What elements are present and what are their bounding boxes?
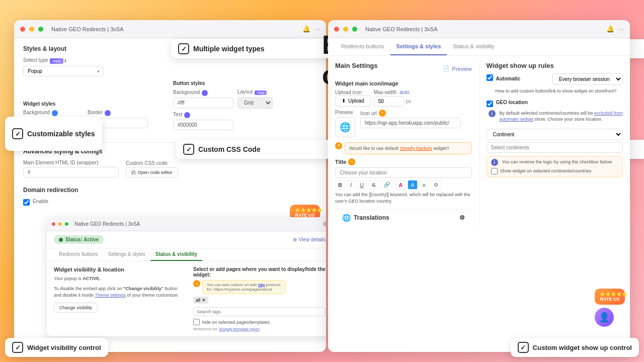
maxwidth-input[interactable] [374, 96, 404, 107]
preview-url-row: Preview 🌐 Icon url ? [335, 110, 472, 137]
preview-link[interactable]: 📄 Preview [443, 65, 471, 72]
toolbar-clear[interactable]: ⊘ [431, 180, 441, 190]
disable-instructions: To disable the embed app click on "Chang… [54, 286, 186, 299]
rate-us-stars-left: ⭐⭐⭐⭐⭐ [295, 208, 315, 213]
automatic-checkbox[interactable] [487, 74, 493, 81]
sub-tab-redirects[interactable]: Redirects buttons [54, 248, 103, 261]
badge-check-show: ✓ [518, 342, 529, 353]
tag-remove-icon[interactable]: ✕ [202, 298, 206, 303]
geo-checkbox[interactable] [487, 101, 493, 107]
icon-url-input[interactable] [360, 118, 461, 128]
sub-app-title: Native GEO Redirects | 3xSA [74, 221, 140, 227]
view-details-link[interactable]: ⊕ View details [293, 237, 326, 242]
right-dot-yellow [343, 27, 348, 32]
title-field-group: Title ? B I U S 🔗 A A ≡ ⊘ You can add th… [335, 158, 472, 204]
domain-title: Domain redirection [23, 187, 317, 194]
toolbar-underline[interactable]: U [357, 180, 367, 190]
session-select[interactable]: Every browser session [552, 73, 623, 85]
toolbar-link[interactable]: 🔗 [380, 180, 393, 190]
maxwidth-input-row: px [374, 96, 412, 107]
sub-window-chrome: Native GEO Redirects | 3xSA ⊞ [47, 217, 326, 231]
shopify-markets-link[interactable]: Shopify Markets [399, 146, 432, 151]
bell-icon: 🔔 [302, 25, 310, 33]
enable-label: Enable [33, 199, 48, 204]
layout-select-wrapper[interactable]: Grid [237, 97, 273, 109]
layout-select[interactable]: Grid [237, 97, 273, 109]
text-input-field[interactable] [173, 120, 233, 130]
upload-col: Upload icon ⬆ Upload [335, 89, 371, 107]
more-icon-right: ··· [618, 25, 624, 33]
right-tab-status[interactable]: Status & visibility [447, 38, 501, 55]
popup-active-text: Your popup is ACTIVE. [54, 276, 186, 283]
right-main-content: Main Settings 📄 Preview Widget main icon… [328, 56, 630, 232]
title-input[interactable] [335, 167, 472, 178]
toolbar-strike[interactable]: S [369, 180, 378, 190]
text-col: Text [173, 112, 317, 130]
status-bar: Status: Active ⊕ View details [47, 231, 326, 248]
globe-icon: 🌐 [340, 122, 351, 133]
bg-label: Background [23, 110, 50, 115]
enable-checkbox[interactable] [23, 199, 30, 206]
title-label-row: Title ? [335, 158, 472, 165]
hide-pages-checkbox[interactable] [193, 319, 200, 325]
sub-panel-content: Widget visibility & location Your popup … [47, 261, 326, 336]
right-dot-green [352, 27, 357, 32]
translations-row[interactable]: 🌐 Translations ⚙ [335, 209, 472, 226]
sub-tab-status[interactable]: Status & visibility [150, 248, 202, 261]
widget-styles-label: Widget styles [23, 101, 167, 107]
continent-input[interactable] [487, 142, 623, 153]
main-settings-header: Main Settings 📄 Preview [335, 62, 472, 75]
domain-redirection-section: Domain redirection Enable [14, 183, 326, 210]
icon-url-label: Icon url [360, 111, 377, 116]
rate-us-btn-right[interactable]: ⭐⭐⭐⭐⭐ RATE US [595, 289, 625, 305]
main-element-input[interactable] [23, 167, 119, 177]
badge-custom-css-label: Custom CSS Code [198, 145, 261, 153]
upload-btn[interactable]: ⬆ Upload [335, 95, 371, 107]
right-tab-settings[interactable]: Settings & styles [390, 38, 447, 55]
continent-select[interactable]: Continent [487, 129, 623, 140]
toolbar-bold[interactable]: B [335, 180, 345, 190]
sub-window-icon: ⊞ [323, 221, 326, 227]
show-widget-row: Show widget on selected continents/count… [491, 168, 619, 174]
px-label: px [406, 99, 412, 104]
search-tags-input[interactable] [193, 307, 326, 316]
change-visibility-btn[interactable]: Change visibility [54, 303, 98, 313]
translate-icon: 🌐 [342, 214, 351, 222]
excluded-link[interactable]: excluded from automatic widget [500, 111, 623, 122]
sub-tab-settings[interactable]: Settings & styles [103, 248, 150, 261]
badge-check-visibility: ✓ [12, 342, 23, 353]
btn-bg-dot [202, 90, 208, 96]
select-type-field[interactable]: Popup [23, 66, 104, 76]
toolbar-align[interactable]: ≡ [420, 180, 429, 190]
toolbar-color2[interactable]: A [408, 180, 417, 190]
globe-preview-box: 🌐 [335, 117, 355, 137]
session-select-wrapper[interactable]: Every browser session [552, 73, 623, 85]
geo-field: GEO location [487, 100, 623, 107]
status-sub-panel: Native GEO Redirects | 3xSA ⊞ Status: Ac… [47, 217, 326, 336]
automatic-field: Automatic Every browser session [487, 73, 623, 85]
window-icons-left: 🔔 ··· [302, 25, 320, 33]
open-code-editor-btn[interactable]: {/} Open code editor [126, 167, 178, 177]
sub-dot-red [52, 222, 55, 226]
upload-icon: ⬆ [342, 98, 346, 104]
right-tab-redirects[interactable]: Redirects buttons [335, 38, 390, 55]
icon-url-label-row: Icon url ? [360, 110, 472, 117]
sub-dot-yellow [58, 222, 62, 226]
more-icon: ··· [314, 25, 320, 33]
select-type-wrapper[interactable]: Popup [23, 66, 104, 76]
upload-label: Upload icon [335, 89, 371, 95]
button-styles-label: Button styles [173, 80, 317, 86]
show-widget-checkbox[interactable] [491, 168, 498, 174]
help-title: ? [348, 158, 355, 165]
sub-dot-green [65, 222, 68, 226]
app-title-right: Native GEO Redirects | 3xSA [365, 26, 437, 32]
toolbar-italic[interactable]: I [347, 180, 355, 190]
keyword-text: You can add the [[country]] keyword, whi… [335, 192, 472, 204]
main-element-label: Main Element HTML ID (wrapper): [23, 160, 119, 165]
toolbar-color1[interactable]: A [395, 180, 406, 190]
btn-bg-input[interactable] [173, 98, 233, 108]
info-box-url: You can add custom url with http protoco… [202, 280, 286, 294]
upload-maxwidth-row: Upload icon ⬆ Upload Max-width auto [335, 89, 472, 107]
auto-link[interactable]: auto [399, 89, 409, 95]
status-active-badge: Status: Active [54, 235, 104, 244]
